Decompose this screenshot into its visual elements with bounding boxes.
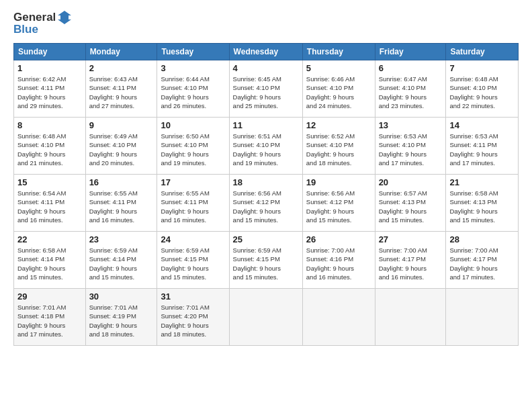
day-info: Sunrise: 6:51 AMSunset: 4:10 PMDaylight:… xyxy=(233,132,299,167)
day-number: 28 xyxy=(449,234,515,244)
logo-blue: Blue xyxy=(13,23,38,36)
day-number: 23 xyxy=(89,234,154,244)
header: General Blue xyxy=(13,10,519,36)
calendar-cell: 2Sunrise: 6:43 AMSunset: 4:11 PMDaylight… xyxy=(85,60,157,118)
day-number: 25 xyxy=(233,234,299,244)
calendar-cell: 29Sunrise: 7:01 AMSunset: 4:18 PMDayligh… xyxy=(14,289,86,346)
day-info: Sunrise: 6:58 AMSunset: 4:13 PMDaylight:… xyxy=(449,189,515,224)
day-info: Sunrise: 7:00 AMSunset: 4:16 PMDaylight:… xyxy=(306,246,371,281)
day-info: Sunrise: 7:00 AMSunset: 4:17 PMDaylight:… xyxy=(379,246,443,281)
calendar-cell: 1Sunrise: 6:42 AMSunset: 4:11 PMDaylight… xyxy=(14,60,86,118)
day-number: 31 xyxy=(161,291,225,302)
day-number: 30 xyxy=(89,291,154,302)
day-number: 11 xyxy=(233,120,299,130)
day-info: Sunrise: 7:01 AMSunset: 4:18 PMDaylight:… xyxy=(17,303,82,338)
day-info: Sunrise: 6:59 AMSunset: 4:15 PMDaylight:… xyxy=(233,246,299,281)
day-number: 8 xyxy=(17,120,82,130)
calendar-cell: 9Sunrise: 6:49 AMSunset: 4:10 PMDaylight… xyxy=(85,118,157,175)
calendar-cell: 23Sunrise: 6:59 AMSunset: 4:14 PMDayligh… xyxy=(85,232,157,289)
day-info: Sunrise: 6:47 AMSunset: 4:10 PMDaylight:… xyxy=(379,75,443,110)
day-number: 20 xyxy=(379,177,443,187)
calendar-week-row: 1Sunrise: 6:42 AMSunset: 4:11 PMDaylight… xyxy=(14,60,519,118)
day-info: Sunrise: 6:50 AMSunset: 4:10 PMDaylight:… xyxy=(161,132,225,167)
calendar-cell: 30Sunrise: 7:01 AMSunset: 4:19 PMDayligh… xyxy=(85,289,157,346)
calendar-week-row: 8Sunrise: 6:48 AMSunset: 4:10 PMDaylight… xyxy=(14,118,519,175)
weekday-header-monday: Monday xyxy=(85,44,157,60)
day-info: Sunrise: 6:53 AMSunset: 4:11 PMDaylight:… xyxy=(449,132,515,167)
calendar-cell: 3Sunrise: 6:44 AMSunset: 4:10 PMDaylight… xyxy=(157,60,229,118)
day-number: 15 xyxy=(17,177,82,187)
day-number: 18 xyxy=(233,177,299,187)
day-info: Sunrise: 6:48 AMSunset: 4:10 PMDaylight:… xyxy=(449,75,515,110)
day-info: Sunrise: 6:58 AMSunset: 4:14 PMDaylight:… xyxy=(17,246,82,281)
weekday-header-tuesday: Tuesday xyxy=(157,44,229,60)
day-info: Sunrise: 6:55 AMSunset: 4:11 PMDaylight:… xyxy=(161,189,225,224)
day-info: Sunrise: 6:45 AMSunset: 4:10 PMDaylight:… xyxy=(233,75,299,110)
calendar-cell: 5Sunrise: 6:46 AMSunset: 4:10 PMDaylight… xyxy=(302,60,375,118)
logo-flag-icon xyxy=(57,10,72,25)
day-number: 9 xyxy=(89,120,154,130)
calendar-cell xyxy=(446,289,519,346)
day-number: 21 xyxy=(449,177,515,187)
calendar-cell: 25Sunrise: 6:59 AMSunset: 4:15 PMDayligh… xyxy=(229,232,302,289)
day-number: 19 xyxy=(306,177,371,187)
calendar-cell: 18Sunrise: 6:56 AMSunset: 4:12 PMDayligh… xyxy=(229,175,302,232)
day-info: Sunrise: 7:01 AMSunset: 4:20 PMDaylight:… xyxy=(161,303,225,338)
calendar-cell: 31Sunrise: 7:01 AMSunset: 4:20 PMDayligh… xyxy=(157,289,229,346)
calendar-cell: 7Sunrise: 6:48 AMSunset: 4:10 PMDaylight… xyxy=(446,60,519,118)
day-info: Sunrise: 6:54 AMSunset: 4:11 PMDaylight:… xyxy=(17,189,82,224)
day-info: Sunrise: 6:44 AMSunset: 4:10 PMDaylight:… xyxy=(161,75,225,110)
day-number: 5 xyxy=(306,63,371,73)
day-number: 16 xyxy=(89,177,154,187)
logo: General Blue xyxy=(13,10,72,36)
day-info: Sunrise: 6:59 AMSunset: 4:15 PMDaylight:… xyxy=(161,246,225,281)
day-number: 10 xyxy=(161,120,225,130)
day-info: Sunrise: 6:43 AMSunset: 4:11 PMDaylight:… xyxy=(89,75,154,110)
calendar-cell: 21Sunrise: 6:58 AMSunset: 4:13 PMDayligh… xyxy=(446,175,519,232)
day-number: 17 xyxy=(161,177,225,187)
day-number: 13 xyxy=(379,120,443,130)
day-info: Sunrise: 6:57 AMSunset: 4:13 PMDaylight:… xyxy=(379,189,443,224)
calendar-cell: 14Sunrise: 6:53 AMSunset: 4:11 PMDayligh… xyxy=(446,118,519,175)
calendar-cell xyxy=(375,289,446,346)
day-info: Sunrise: 6:59 AMSunset: 4:14 PMDaylight:… xyxy=(89,246,154,281)
calendar-cell: 28Sunrise: 7:00 AMSunset: 4:17 PMDayligh… xyxy=(446,232,519,289)
weekday-header-wednesday: Wednesday xyxy=(229,44,302,60)
calendar-cell: 15Sunrise: 6:54 AMSunset: 4:11 PMDayligh… xyxy=(14,175,86,232)
day-info: Sunrise: 6:56 AMSunset: 4:12 PMDaylight:… xyxy=(233,189,299,224)
logo-general: General xyxy=(13,11,56,24)
day-info: Sunrise: 6:49 AMSunset: 4:10 PMDaylight:… xyxy=(89,132,154,167)
calendar-header-row: SundayMondayTuesdayWednesdayThursdayFrid… xyxy=(14,44,519,60)
day-number: 1 xyxy=(17,63,82,73)
day-info: Sunrise: 7:00 AMSunset: 4:17 PMDaylight:… xyxy=(449,246,515,281)
day-number: 12 xyxy=(306,120,371,130)
day-info: Sunrise: 6:42 AMSunset: 4:11 PMDaylight:… xyxy=(17,75,82,110)
calendar-cell: 13Sunrise: 6:53 AMSunset: 4:10 PMDayligh… xyxy=(375,118,446,175)
calendar-cell: 8Sunrise: 6:48 AMSunset: 4:10 PMDaylight… xyxy=(14,118,86,175)
day-info: Sunrise: 6:55 AMSunset: 4:11 PMDaylight:… xyxy=(89,189,154,224)
calendar-cell: 24Sunrise: 6:59 AMSunset: 4:15 PMDayligh… xyxy=(157,232,229,289)
calendar-cell: 19Sunrise: 6:56 AMSunset: 4:12 PMDayligh… xyxy=(302,175,375,232)
calendar-cell: 12Sunrise: 6:52 AMSunset: 4:10 PMDayligh… xyxy=(302,118,375,175)
day-info: Sunrise: 6:48 AMSunset: 4:10 PMDaylight:… xyxy=(17,132,82,167)
day-number: 3 xyxy=(161,63,225,73)
weekday-header-saturday: Saturday xyxy=(446,44,519,60)
day-number: 14 xyxy=(449,120,515,130)
calendar-cell: 26Sunrise: 7:00 AMSunset: 4:16 PMDayligh… xyxy=(302,232,375,289)
svg-marker-1 xyxy=(58,11,71,24)
calendar-cell: 17Sunrise: 6:55 AMSunset: 4:11 PMDayligh… xyxy=(157,175,229,232)
calendar-week-row: 22Sunrise: 6:58 AMSunset: 4:14 PMDayligh… xyxy=(14,232,519,289)
weekday-header-friday: Friday xyxy=(375,44,446,60)
day-number: 7 xyxy=(449,63,515,73)
calendar-week-row: 15Sunrise: 6:54 AMSunset: 4:11 PMDayligh… xyxy=(14,175,519,232)
calendar-cell: 22Sunrise: 6:58 AMSunset: 4:14 PMDayligh… xyxy=(14,232,86,289)
day-number: 22 xyxy=(17,234,82,244)
day-info: Sunrise: 6:53 AMSunset: 4:10 PMDaylight:… xyxy=(379,132,443,167)
calendar-cell: 20Sunrise: 6:57 AMSunset: 4:13 PMDayligh… xyxy=(375,175,446,232)
day-number: 2 xyxy=(89,63,154,73)
calendar-cell: 4Sunrise: 6:45 AMSunset: 4:10 PMDaylight… xyxy=(229,60,302,118)
day-info: Sunrise: 6:46 AMSunset: 4:10 PMDaylight:… xyxy=(306,75,371,110)
calendar-cell: 27Sunrise: 7:00 AMSunset: 4:17 PMDayligh… xyxy=(375,232,446,289)
day-number: 6 xyxy=(379,63,443,73)
calendar-cell: 6Sunrise: 6:47 AMSunset: 4:10 PMDaylight… xyxy=(375,60,446,118)
